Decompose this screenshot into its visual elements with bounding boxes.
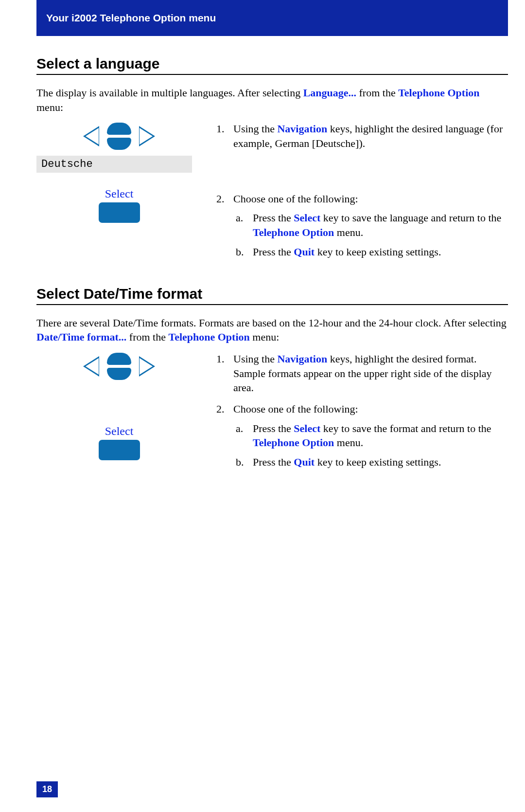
text: Press the [253,246,294,258]
text: menu: [36,101,63,113]
step-text: Choose one of the following: a. Press th… [233,192,508,264]
ref-select: Select [294,422,320,434]
text: menu. [334,436,363,449]
ref-language: Language... [303,87,356,99]
step-number: 2. [216,402,233,474]
sub-label: b. [236,455,253,469]
text: from the [126,331,168,343]
section2-title: Select Date/Time format [36,286,508,302]
section2-content: Select 1. Using the Navigation keys, hig… [36,352,508,481]
page-number: 18 [36,781,58,797]
step-number: 2. [216,192,233,264]
step-1: 1. Using the Navigation keys, highlight … [216,122,508,150]
text: There are several Date/Time formats. For… [36,317,507,329]
step-text: Using the Navigation keys, highlight the… [233,352,508,395]
section1-content: Deutsche Select 1. Using the Navigation … [36,122,508,271]
divider [36,74,508,75]
step-number: 1. [216,352,233,395]
sub-text: Press the Select key to save the format … [253,421,508,450]
text: Press the [253,212,294,224]
text: menu. [334,226,363,238]
step-text: Using the Navigation keys, highlight the… [233,122,508,150]
ref-telephone-option: Telephone Option [398,87,479,99]
section2-intro: There are several Date/Time formats. For… [36,316,508,344]
select-key-icon [99,202,140,223]
substep-b: b. Press the Quit key to keep existing s… [236,245,508,259]
select-key-label: Select [36,425,202,438]
ref-select: Select [294,212,320,224]
sub-text: Press the Select key to save the languag… [253,211,508,239]
divider [36,304,508,305]
select-key-icon [99,440,140,460]
substep-a: a. Press the Select key to save the form… [236,421,508,450]
text: Using the [233,123,277,135]
section1-title: Select a language [36,55,508,72]
sub-label: a. [236,211,253,239]
sub-label: b. [236,245,253,259]
substep-b: b. Press the Quit key to keep existing s… [236,455,508,469]
text: Using the [233,353,277,365]
ref-telephone-option: Telephone Option [253,436,334,449]
right-column: 1. Using the Navigation keys, highlight … [216,352,508,481]
sub-text: Press the Quit key to keep existing sett… [253,245,441,259]
ref-navigation: Navigation [277,353,327,365]
sub-label: a. [236,421,253,450]
phone-display: Deutsche [36,156,192,173]
text: Choose one of the following: [233,403,358,415]
text: key to save the format and return to the [320,422,491,434]
text: key to save the language and return to t… [320,212,501,224]
text: Press the [253,422,294,434]
ref-navigation: Navigation [277,123,327,135]
section1-intro: The display is available in multiple lan… [36,86,508,114]
ref-telephone-option: Telephone Option [253,226,334,238]
text: menu: [250,331,280,343]
text: key to keep existing settings. [315,456,441,468]
text: key to keep existing settings. [315,246,441,258]
left-column: Deutsche Select [36,122,202,237]
step-number: 1. [216,122,233,150]
text: Choose one of the following: [233,193,358,205]
ref-quit: Quit [294,456,315,468]
ref-datetime-format: Date/Time format... [36,331,126,343]
navigation-keys-icon [80,352,158,382]
ref-telephone-option: Telephone Option [168,331,249,343]
page-header: Your i2002 Telephone Option menu [36,0,508,36]
step-1: 1. Using the Navigation keys, highlight … [216,352,508,395]
text: from the [356,87,398,99]
right-column: 1. Using the Navigation keys, highlight … [216,122,508,271]
text: Press the [253,456,294,468]
text: The display is available in multiple lan… [36,87,303,99]
substep-a: a. Press the Select key to save the lang… [236,211,508,239]
left-column: Select [36,352,202,475]
navigation-keys-icon [80,122,158,152]
step-2: 2. Choose one of the following: a. Press… [216,192,508,264]
step-text: Choose one of the following: a. Press th… [233,402,508,474]
ref-quit: Quit [294,246,315,258]
header-title: Your i2002 Telephone Option menu [46,12,216,23]
document-page: Your i2002 Telephone Option menu Select … [0,0,525,812]
sub-text: Press the Quit key to keep existing sett… [253,455,441,469]
step-2: 2. Choose one of the following: a. Press… [216,402,508,474]
select-key-label: Select [36,187,202,200]
